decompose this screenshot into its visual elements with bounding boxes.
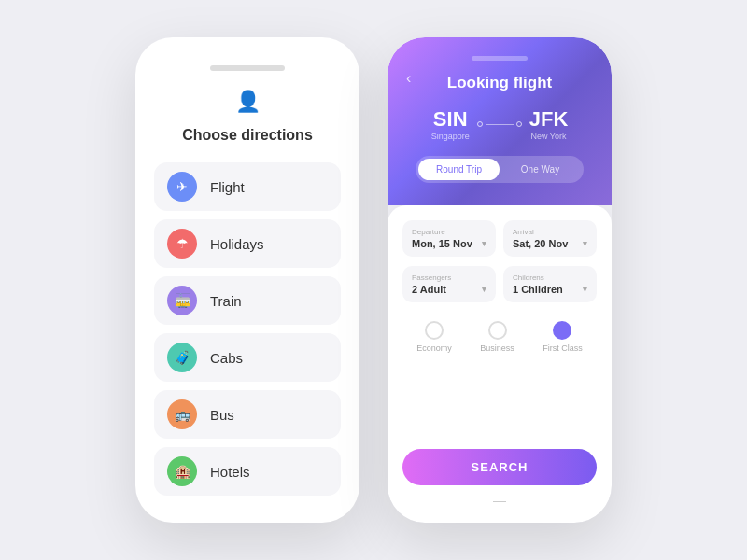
right-header: ‹ Looking flight SIN Singapore JFK New Y… bbox=[388, 37, 612, 205]
first-class-radio[interactable] bbox=[553, 321, 571, 340]
trip-toggle: Round Trip One Way bbox=[416, 156, 584, 183]
passengers-field[interactable]: Passengers 2 Adult ▾ bbox=[402, 266, 496, 302]
children-label: Childrens bbox=[513, 273, 587, 282]
menu-item-holidays[interactable]: ☂ Holidays bbox=[154, 219, 341, 268]
origin-name: Singapore bbox=[431, 132, 470, 141]
departure-arrow: ▾ bbox=[482, 239, 486, 248]
dest-dot bbox=[516, 121, 522, 127]
right-phone: ‹ Looking flight SIN Singapore JFK New Y… bbox=[388, 37, 612, 523]
menu-list: ✈ Flight ☂ Holidays 🚋 Train 🧳 Cabs 🚌 Bus… bbox=[154, 162, 341, 496]
flight-icon: ✈ bbox=[167, 172, 197, 202]
hotels-label: Hotels bbox=[210, 464, 250, 480]
one-way-button[interactable]: One Way bbox=[500, 159, 581, 180]
flight-label: Flight bbox=[210, 179, 245, 195]
arrival-label: Arrival bbox=[513, 228, 587, 236]
hotels-icon: 🏨 bbox=[167, 456, 197, 486]
left-notch bbox=[210, 65, 285, 71]
economy-option[interactable]: Economy bbox=[416, 321, 452, 353]
arrival-arrow: ▾ bbox=[583, 239, 587, 248]
route-row: SIN Singapore JFK New York bbox=[406, 107, 593, 141]
departure-field[interactable]: Departure Mon, 15 Nov ▾ bbox=[402, 220, 496, 257]
origin-code: SIN bbox=[431, 107, 470, 132]
route-line bbox=[486, 124, 514, 125]
departure-label: Departure bbox=[412, 228, 486, 236]
bus-label: Bus bbox=[210, 407, 234, 423]
home-indicator: — bbox=[402, 485, 597, 510]
cabs-icon: 🧳 bbox=[167, 343, 197, 372]
header-title: Looking flight bbox=[406, 74, 593, 92]
children-value: 1 Children ▾ bbox=[513, 284, 587, 295]
left-phone: 👤 Choose directions ✈ Flight ☂ Holidays … bbox=[135, 37, 359, 523]
economy-label: Economy bbox=[416, 343, 452, 353]
route-connector bbox=[477, 121, 522, 127]
business-label: Business bbox=[480, 343, 514, 353]
page-title: Choose directions bbox=[154, 127, 341, 144]
children-field[interactable]: Childrens 1 Children ▾ bbox=[503, 266, 597, 302]
right-notch bbox=[472, 56, 528, 61]
profile-icon[interactable]: 👤 bbox=[154, 90, 341, 114]
origin-dot bbox=[477, 121, 483, 127]
first-class-label: First Class bbox=[543, 343, 583, 353]
train-icon: 🚋 bbox=[167, 286, 197, 315]
passengers-arrow: ▾ bbox=[482, 285, 486, 294]
dest-name: New York bbox=[529, 132, 569, 141]
first-class-option[interactable]: First Class bbox=[543, 321, 583, 353]
business-radio[interactable] bbox=[488, 321, 507, 340]
cabs-label: Cabs bbox=[210, 350, 243, 366]
bus-icon: 🚌 bbox=[167, 399, 197, 429]
menu-item-bus[interactable]: 🚌 Bus bbox=[154, 390, 341, 439]
train-label: Train bbox=[210, 293, 242, 309]
menu-item-train[interactable]: 🚋 Train bbox=[154, 276, 341, 325]
passengers-label: Passengers bbox=[412, 273, 486, 282]
economy-radio[interactable] bbox=[425, 321, 444, 340]
class-selection: Economy Business First Class bbox=[402, 321, 597, 353]
dest-code: JFK bbox=[529, 107, 569, 132]
business-option[interactable]: Business bbox=[480, 321, 514, 353]
children-arrow: ▾ bbox=[583, 285, 587, 294]
origin-airport: SIN Singapore bbox=[431, 107, 470, 141]
passenger-row: Passengers 2 Adult ▾ Childrens 1 Childre… bbox=[402, 266, 597, 302]
departure-value: Mon, 15 Nov ▾ bbox=[412, 238, 486, 249]
menu-item-flight[interactable]: ✈ Flight bbox=[154, 162, 341, 211]
arrival-field[interactable]: Arrival Sat, 20 Nov ▾ bbox=[503, 220, 597, 257]
search-button[interactable]: SEARCH bbox=[402, 449, 597, 485]
holidays-icon: ☂ bbox=[167, 229, 197, 259]
date-row: Departure Mon, 15 Nov ▾ Arrival Sat, 20 … bbox=[402, 220, 597, 257]
round-trip-button[interactable]: Round Trip bbox=[418, 159, 500, 180]
holidays-label: Holidays bbox=[210, 236, 264, 252]
booking-form: Departure Mon, 15 Nov ▾ Arrival Sat, 20 … bbox=[388, 205, 612, 523]
menu-item-hotels[interactable]: 🏨 Hotels bbox=[154, 447, 341, 496]
menu-item-cabs[interactable]: 🧳 Cabs bbox=[154, 333, 341, 382]
passengers-value: 2 Adult ▾ bbox=[412, 284, 486, 295]
app-container: 👤 Choose directions ✈ Flight ☂ Holidays … bbox=[135, 37, 612, 523]
arrival-value: Sat, 20 Nov ▾ bbox=[513, 238, 587, 249]
destination-airport: JFK New York bbox=[529, 107, 569, 141]
